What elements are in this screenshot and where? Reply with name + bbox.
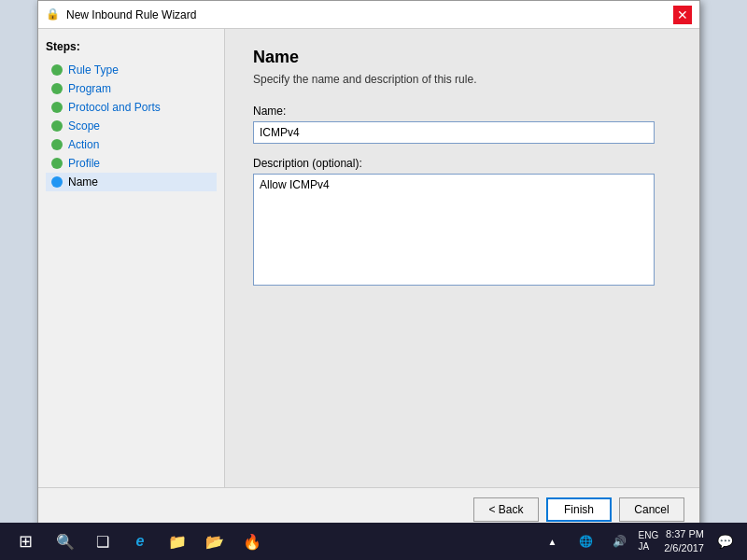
page-subtitle: Specify the name and description of this… bbox=[253, 73, 671, 86]
chevron-up-icon: ▲ bbox=[548, 537, 557, 547]
title-bar-left: 🔒 New Inbound Rule Wizard bbox=[46, 7, 196, 22]
ie-button[interactable]: e bbox=[125, 526, 155, 556]
step-label-profile: Profile bbox=[68, 157, 100, 170]
speaker-button[interactable]: 🔊 bbox=[605, 526, 635, 556]
name-label: Name: bbox=[253, 105, 671, 118]
date-display: 2/6/2017 bbox=[664, 541, 704, 555]
step-label-action: Action bbox=[68, 138, 99, 151]
back-button[interactable]: < Back bbox=[473, 497, 539, 522]
explorer-icon: 📂 bbox=[205, 533, 224, 551]
taskbar-right: ▲ 🌐 🔊 ENGJA 8:37 PM 2/6/2017 💬 bbox=[538, 526, 740, 556]
app-button[interactable]: 🔥 bbox=[237, 526, 267, 556]
keyboard-lang: ENGJA bbox=[639, 530, 659, 553]
speaker-icon: 🔊 bbox=[613, 535, 627, 548]
page-title: Name bbox=[253, 48, 671, 67]
time-display: 8:37 PM bbox=[664, 527, 704, 541]
task-view-button[interactable]: ❑ bbox=[88, 526, 118, 556]
sidebar-item-program[interactable]: Program bbox=[46, 79, 217, 98]
folder-icon: 📁 bbox=[168, 533, 187, 551]
steps-label: Steps: bbox=[46, 40, 217, 53]
step-dot-rule-type bbox=[51, 64, 63, 76]
sidebar-item-name[interactable]: Name bbox=[46, 173, 217, 191]
file-explorer-button[interactable]: 📁 bbox=[162, 526, 192, 556]
steps-sidebar: Steps: Rule Type Program Protocol and Po… bbox=[38, 29, 225, 487]
step-dot-protocol-ports bbox=[51, 102, 63, 113]
description-textarea[interactable]: Allow ICMPv4 bbox=[253, 174, 655, 286]
sidebar-item-protocol-ports[interactable]: Protocol and Ports bbox=[46, 98, 217, 117]
sidebar-item-action[interactable]: Action bbox=[46, 135, 217, 154]
description-form-group: Description (optional): Allow ICMPv4 bbox=[253, 157, 671, 288]
dialog-icon: 🔒 bbox=[46, 7, 61, 22]
search-icon: 🔍 bbox=[56, 533, 75, 551]
ie-icon: e bbox=[136, 533, 145, 550]
step-dot-program bbox=[51, 83, 63, 94]
tray-chevron[interactable]: ▲ bbox=[538, 526, 568, 556]
step-label-protocol-ports: Protocol and Ports bbox=[68, 101, 161, 114]
notification-icon: 💬 bbox=[717, 534, 733, 549]
notification-button[interactable]: 💬 bbox=[710, 526, 740, 556]
cancel-button[interactable]: Cancel bbox=[619, 497, 684, 522]
app-icon: 🔥 bbox=[243, 533, 261, 551]
description-label: Description (optional): bbox=[253, 157, 671, 170]
sidebar-item-profile[interactable]: Profile bbox=[46, 154, 217, 173]
main-content-area: Name Specify the name and description of… bbox=[225, 29, 699, 487]
sidebar-item-scope[interactable]: Scope bbox=[46, 117, 217, 135]
start-button[interactable]: ⊞ bbox=[7, 524, 43, 559]
network-icon-button[interactable]: 🌐 bbox=[571, 526, 601, 556]
step-label-program: Program bbox=[68, 82, 111, 95]
search-button[interactable]: 🔍 bbox=[50, 526, 80, 556]
step-dot-name bbox=[51, 176, 63, 188]
task-view-icon: ❑ bbox=[96, 533, 109, 551]
step-dot-profile bbox=[51, 158, 63, 169]
step-label-rule-type: Rule Type bbox=[68, 63, 119, 77]
new-inbound-rule-wizard: 🔒 New Inbound Rule Wizard ✕ Steps: Rule … bbox=[37, 0, 700, 532]
clock[interactable]: 8:37 PM 2/6/2017 bbox=[664, 527, 704, 556]
finish-button[interactable]: Finish bbox=[546, 497, 612, 522]
step-label-name: Name bbox=[68, 175, 98, 189]
network-icon: 🌐 bbox=[579, 535, 593, 548]
windows-icon: ⊞ bbox=[19, 531, 33, 552]
step-dot-scope bbox=[51, 120, 63, 132]
taskbar: ⊞ 🔍 ❑ e 📁 📂 🔥 ▲ 🌐 🔊 bbox=[0, 523, 747, 560]
sidebar-item-rule-type[interactable]: Rule Type bbox=[46, 61, 217, 79]
explorer2-button[interactable]: 📂 bbox=[200, 526, 230, 556]
taskbar-left: ⊞ 🔍 ❑ e 📁 📂 🔥 bbox=[7, 524, 267, 559]
step-dot-action bbox=[51, 139, 63, 150]
system-tray: ▲ 🌐 🔊 ENGJA bbox=[538, 526, 659, 556]
title-bar: 🔒 New Inbound Rule Wizard ✕ bbox=[38, 1, 699, 29]
close-button[interactable]: ✕ bbox=[673, 6, 692, 24]
step-label-scope: Scope bbox=[68, 119, 100, 133]
dialog-title: New Inbound Rule Wizard bbox=[66, 8, 196, 21]
name-form-group: Name: bbox=[253, 105, 671, 144]
dialog-body: Steps: Rule Type Program Protocol and Po… bbox=[38, 29, 699, 487]
name-input[interactable] bbox=[253, 121, 655, 144]
